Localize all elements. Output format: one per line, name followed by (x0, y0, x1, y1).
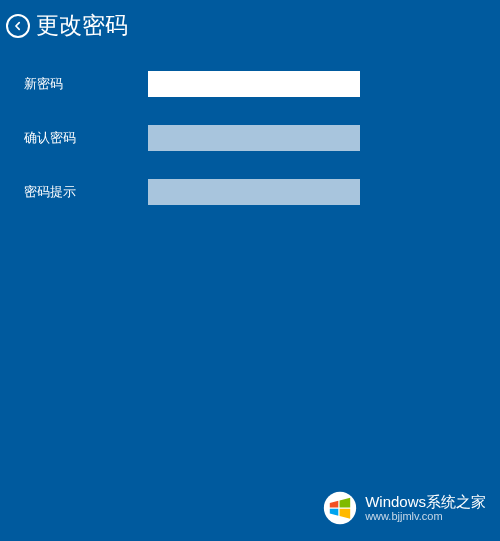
watermark-text: Windows系统之家 www.bjjmlv.com (365, 493, 486, 523)
page-title: 更改密码 (36, 10, 128, 41)
watermark-brand: Windows系统之家 (365, 493, 486, 510)
watermark-url: www.bjjmlv.com (365, 510, 486, 523)
confirm-password-input[interactable] (148, 125, 360, 151)
change-password-form: 新密码 确认密码 密码提示 (0, 51, 500, 253)
new-password-input[interactable] (148, 71, 360, 97)
back-arrow-icon (13, 21, 23, 31)
windows-logo-icon (323, 491, 357, 525)
watermark-brand-cn: 系统之家 (426, 493, 486, 510)
password-hint-row: 密码提示 (24, 179, 476, 205)
watermark-brand-en: Windows (365, 493, 426, 510)
confirm-password-row: 确认密码 (24, 125, 476, 151)
new-password-row: 新密码 (24, 71, 476, 97)
svg-point-0 (324, 492, 356, 524)
password-hint-input[interactable] (148, 179, 360, 205)
header: 更改密码 (0, 0, 500, 51)
confirm-password-label: 确认密码 (24, 129, 148, 147)
watermark: Windows系统之家 www.bjjmlv.com (323, 491, 486, 525)
new-password-label: 新密码 (24, 75, 148, 93)
back-button[interactable] (6, 14, 30, 38)
password-hint-label: 密码提示 (24, 183, 148, 201)
